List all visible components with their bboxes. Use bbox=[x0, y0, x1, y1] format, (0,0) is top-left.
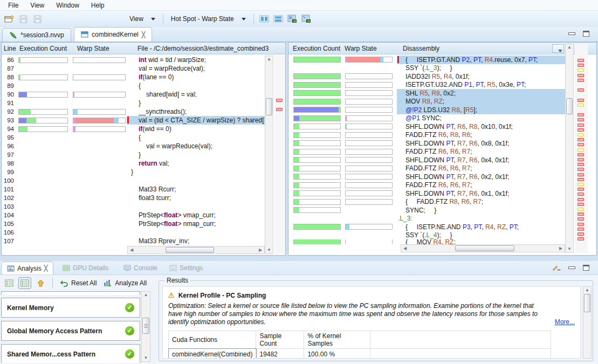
tab-analysis[interactable]: Analysis╳ bbox=[1, 262, 53, 274]
disassembly-row[interactable]: FADD.FTZ R6, R6, R7; bbox=[288, 181, 565, 190]
overview-marker-red[interactable] bbox=[578, 163, 584, 166]
source-line-row[interactable]: 105PtrStep<float> nmap_curr; bbox=[2, 219, 265, 228]
tab-settings[interactable]: Settings bbox=[164, 262, 208, 274]
source-line-row[interactable]: 90shared[wid] = val; bbox=[2, 90, 265, 99]
source-line-row[interactable]: 94if(wid == 0) bbox=[2, 125, 265, 133]
overview-marker-red[interactable] bbox=[276, 108, 283, 111]
disassembly-row[interactable]: @P1 SYNC; bbox=[288, 114, 565, 123]
disassembly-row[interactable]: FADD.FTZ R6, R6, R7; bbox=[288, 164, 565, 173]
hotspot-dropdown[interactable]: Hot Spot - Warp State bbox=[167, 13, 250, 24]
source-line-row[interactable]: 100 bbox=[2, 176, 265, 185]
source-line-row[interactable]: 103 bbox=[2, 202, 265, 211]
view-menu-icon[interactable] bbox=[552, 264, 561, 271]
overview-marker-red[interactable] bbox=[578, 217, 584, 221]
restore-view-icon[interactable] bbox=[300, 13, 313, 25]
save-all-icon[interactable] bbox=[31, 13, 44, 25]
close-icon[interactable]: ╳ bbox=[44, 265, 48, 272]
results-column-header[interactable]: % of Kernel Samples bbox=[304, 331, 370, 349]
disassembly-row[interactable]: SSY `(.L_4); } bbox=[288, 231, 565, 240]
source-line-row[interactable]: 98return val; bbox=[2, 159, 265, 168]
source-overview-ruler[interactable] bbox=[274, 56, 285, 254]
disassembly-row[interactable]: .L_3: bbox=[288, 215, 565, 223]
disassembly-row[interactable]: MOV R8, RZ; bbox=[288, 98, 565, 106]
overview-marker-red[interactable] bbox=[578, 64, 584, 67]
results-scrollbar[interactable]: ▲ bbox=[583, 286, 592, 359]
overview-marker-yellow[interactable] bbox=[578, 133, 584, 136]
menu-help[interactable]: Help bbox=[85, 1, 111, 10]
overview-marker-red[interactable] bbox=[578, 198, 584, 201]
minimize-icon[interactable] bbox=[568, 32, 575, 35]
disassembly-row[interactable]: @!P2 LDS.U32 R8, [R5]; bbox=[288, 106, 565, 114]
overview-marker-red[interactable] bbox=[578, 168, 584, 171]
overview-marker-red[interactable] bbox=[578, 223, 584, 226]
disassembly-row[interactable]: SHFL.DOWN PT, R7, R6, 0x4, 0x1f; bbox=[288, 156, 565, 164]
overview-marker-red[interactable] bbox=[578, 237, 584, 241]
overview-marker-yellow[interactable] bbox=[578, 68, 584, 72]
source-line-row[interactable]: 92__syncthreads(); bbox=[2, 107, 265, 116]
disassembly-row[interactable]: { MOV R4, RZ; bbox=[288, 239, 565, 244]
overview-marker-yellow[interactable] bbox=[578, 183, 584, 186]
overview-marker-red[interactable] bbox=[578, 88, 584, 92]
tab-combinedKernel[interactable]: combinedKernel╳ bbox=[74, 27, 152, 42]
disassembly-row[interactable]: SHFL.DOWN PT, R7, R6, 0x1, 0x1f; bbox=[288, 189, 565, 198]
disassembly-row[interactable]: ISETP.GT.U32.AND P1, PT, R5, 0x3e, PT; bbox=[288, 81, 565, 90]
menu-view[interactable]: View bbox=[24, 1, 50, 10]
overview-marker-red[interactable] bbox=[578, 138, 584, 141]
overview-marker-yellow[interactable] bbox=[578, 104, 584, 107]
source-line-row[interactable]: 89{ bbox=[2, 81, 265, 90]
disassembly-row[interactable]: SSY `(.L_3); } bbox=[288, 64, 565, 73]
source-line-row[interactable]: 97} bbox=[2, 150, 265, 159]
source-line-row[interactable]: 99} bbox=[2, 168, 265, 176]
column-menu-dropdown[interactable] bbox=[552, 44, 564, 53]
disassembly-vscrollbar[interactable]: ▲ ▼ bbox=[565, 44, 574, 253]
tab-gpu-details[interactable]: GPU Details bbox=[57, 262, 114, 274]
menu-file[interactable]: File bbox=[2, 1, 24, 10]
overview-marker-red[interactable] bbox=[578, 153, 584, 156]
disassembly-row[interactable]: FADD.FTZ R6, R8, R6; bbox=[288, 131, 565, 140]
disassembly-row[interactable]: SYNC; } bbox=[288, 206, 565, 215]
analysis-card[interactable]: Global Memory Access Pattern✓ bbox=[1, 321, 140, 341]
disassembly-row[interactable]: { FADD.FTZ R8, R6, R7; bbox=[288, 198, 565, 207]
source-line-row[interactable]: 87val = warpReduce(val); bbox=[2, 64, 265, 73]
source-line-row[interactable]: 93val = (tid < CTA_SIZE / warpSize) ? sh… bbox=[2, 116, 265, 125]
overview-marker-red[interactable] bbox=[578, 188, 584, 191]
disassembly-row[interactable]: SHFL.DOWN PT, R7, R6, 0x8, 0x1f; bbox=[288, 139, 565, 148]
overview-marker-red[interactable] bbox=[578, 158, 584, 161]
results-column-header[interactable]: Sample Count bbox=[256, 331, 304, 349]
source-line-row[interactable]: 107Mat33 Rprev_inv; bbox=[2, 237, 265, 245]
overview-marker-red[interactable] bbox=[578, 118, 584, 121]
reset-all-button[interactable]: Reset All bbox=[58, 278, 99, 288]
disassembly-row[interactable]: { ISETP.NE.AND P3, PT, R4, RZ, PT; bbox=[288, 223, 565, 231]
results-table-row[interactable]: combinedKernel(Combined)19482100.00 % bbox=[169, 349, 551, 359]
analyze-all-button[interactable]: Analyze All bbox=[101, 278, 149, 288]
overview-marker-red[interactable] bbox=[578, 79, 584, 82]
overview-marker-red[interactable] bbox=[578, 99, 584, 102]
unguided-analysis-icon[interactable] bbox=[3, 277, 16, 289]
analysis-card[interactable]: Kernel Memory✓ bbox=[1, 298, 140, 318]
disassembly-row[interactable]: SHFL.DOWN PT, R7, R6, 0x2, 0x1f; bbox=[288, 173, 565, 181]
disassembly-row[interactable]: { ISETP.GT.AND P2, PT, R4.reuse, 0x7, PT… bbox=[288, 56, 565, 64]
analysis-card[interactable]: Shared Memor...cess Pattern✓ bbox=[1, 344, 140, 363]
source-line-row[interactable]: 104PtrStep<float> vmap_curr; bbox=[2, 211, 265, 219]
menu-window[interactable]: Window bbox=[50, 1, 85, 10]
maximize-view-icon[interactable] bbox=[286, 13, 299, 25]
overview-marker-red[interactable] bbox=[578, 178, 584, 181]
source-line-row[interactable]: 102float3 tcurr; bbox=[2, 194, 265, 202]
overview-marker-red[interactable] bbox=[578, 74, 584, 77]
back-up-icon[interactable] bbox=[34, 277, 47, 289]
source-line-row[interactable]: 96val = warpReduce(val); bbox=[2, 142, 265, 150]
source-line-row[interactable]: 86int wid = tid / warpSize; bbox=[2, 56, 265, 64]
overview-marker-red[interactable] bbox=[276, 99, 283, 102]
maximize-icon[interactable] bbox=[583, 31, 589, 37]
overview-marker-red[interactable] bbox=[578, 143, 584, 146]
split-horizontal-icon[interactable] bbox=[272, 13, 285, 25]
minimize-icon[interactable] bbox=[568, 266, 575, 269]
overview-marker-red[interactable] bbox=[578, 128, 584, 132]
maximize-icon[interactable] bbox=[583, 265, 589, 271]
more-link[interactable]: More... bbox=[555, 318, 575, 326]
view-dropdown[interactable]: View bbox=[125, 13, 160, 24]
disassembly-hscrollbar[interactable]: ◀ ▶ bbox=[401, 244, 565, 252]
disassembly-overview-ruler[interactable] bbox=[575, 44, 588, 253]
source-vscrollbar[interactable]: ▲ ▼ bbox=[265, 56, 273, 254]
overview-marker-red[interactable] bbox=[578, 113, 584, 116]
